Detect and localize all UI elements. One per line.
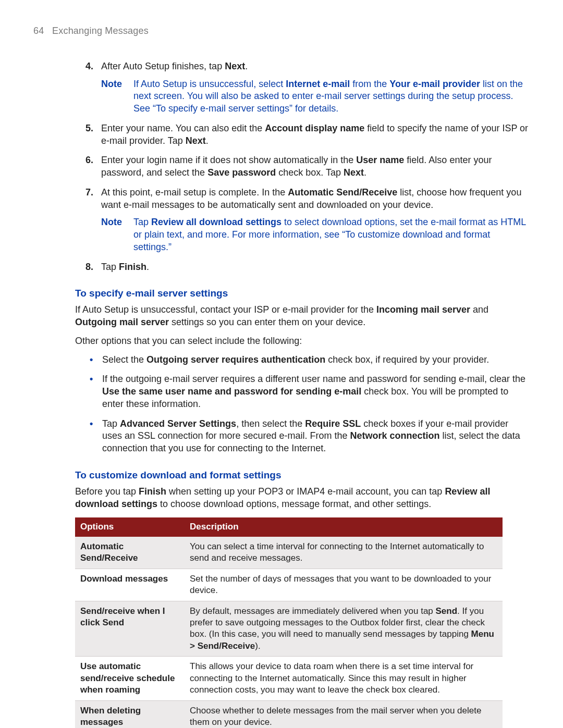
option-name: Download messages [75, 569, 185, 601]
table-row: Send/receive when I click Send By defaul… [75, 601, 503, 657]
step-number: 8. [85, 261, 93, 274]
step-7: 7. At this point, e-mail setup is comple… [85, 187, 530, 254]
options-table: Options Description Automatic Send/Recei… [75, 517, 503, 728]
option-desc: Set the number of days of messages that … [185, 569, 503, 601]
step-number: 5. [85, 122, 93, 135]
step-number: 4. [85, 60, 93, 73]
list-item: Select the Outgoing server requires auth… [90, 354, 530, 366]
para-customize-1: Before you tap Finish when setting up yo… [33, 486, 530, 511]
list-item: If the outgoing e-mail server requires a… [90, 373, 530, 410]
note-body: If Auto Setup is unsuccessful, select In… [133, 78, 530, 115]
table-row: Download messages Set the number of days… [75, 569, 503, 601]
note-auto-setup: Note If Auto Setup is unsuccessful, sele… [101, 78, 530, 115]
option-desc: By default, messages are immediately del… [185, 601, 503, 657]
note-label: Note [101, 216, 133, 253]
step-text: After Auto Setup finishes, tap Next. [101, 61, 248, 71]
server-options-list: Select the Outgoing server requires auth… [90, 354, 530, 455]
option-name: When deleting messages [75, 700, 185, 728]
table-row: Automatic Send/Receive You can select a … [75, 537, 503, 569]
step-number: 6. [85, 154, 93, 167]
document-page: 64 Exchanging Messages 4. After Auto Set… [0, 0, 563, 728]
para-specify-server-1: If Auto Setup is unsuccessful, contact y… [33, 304, 530, 329]
col-options: Options [75, 517, 185, 536]
option-desc: This allows your device to data roam whe… [185, 657, 503, 700]
option-name: Automatic Send/Receive [75, 537, 185, 569]
running-header: 64 Exchanging Messages [33, 25, 530, 38]
list-item: Tap Advanced Server Settings, then selec… [90, 418, 530, 455]
step-text: At this point, e-mail setup is complete.… [101, 187, 521, 210]
heading-specify-server: To specify e-mail server settings [33, 287, 530, 300]
option-name: Use automatic send/receive schedule when… [75, 657, 185, 700]
option-desc: Choose whether to delete messages from t… [185, 700, 503, 728]
note-label: Note [101, 78, 133, 115]
step-text: Enter your login name if it does not sho… [101, 155, 492, 178]
step-8: 8. Tap Finish. [85, 261, 530, 274]
section-title: Exchanging Messages [52, 26, 149, 36]
options-table-wrap: Options Description Automatic Send/Recei… [75, 517, 530, 728]
note-body: Tap Review all download settings to sele… [133, 216, 530, 253]
option-name: Send/receive when I click Send [75, 601, 185, 657]
note-download-settings: Note Tap Review all download settings to… [101, 216, 530, 253]
step-text: Enter your name. You can also edit the A… [101, 123, 528, 146]
step-4: 4. After Auto Setup finishes, tap Next. … [85, 60, 530, 115]
table-row: Use automatic send/receive schedule when… [75, 657, 503, 700]
setup-steps: 4. After Auto Setup finishes, tap Next. … [85, 60, 530, 274]
col-description: Description [185, 517, 503, 536]
step-number: 7. [85, 187, 93, 199]
step-text: Tap Finish. [101, 262, 149, 272]
page-number: 64 [33, 26, 44, 36]
option-desc: You can select a time interval for conne… [185, 537, 503, 569]
para-specify-server-2: Other options that you can select includ… [33, 335, 530, 348]
heading-customize-download: To customize download and format setting… [33, 468, 530, 482]
step-6: 6. Enter your login name if it does not … [85, 154, 530, 179]
table-row: When deleting messages Choose whether to… [75, 700, 503, 728]
step-5: 5. Enter your name. You can also edit th… [85, 122, 530, 147]
table-header-row: Options Description [75, 517, 503, 536]
